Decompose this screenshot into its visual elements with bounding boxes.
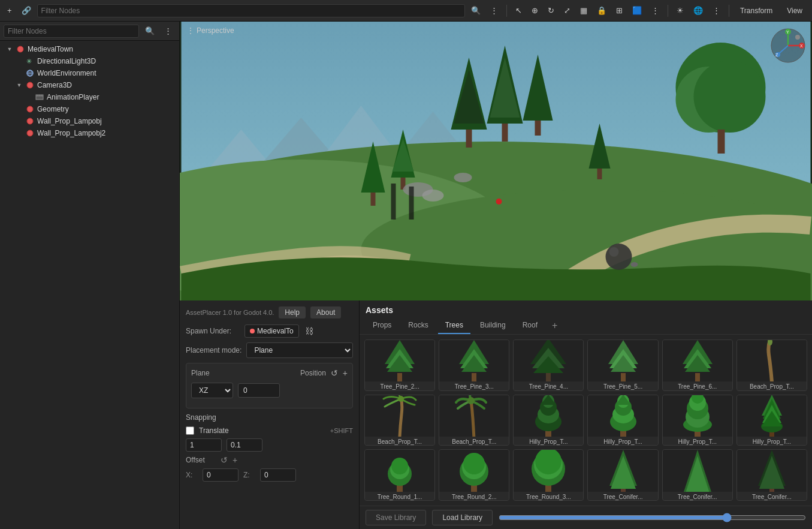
tree-film-button[interactable] [153,104,164,114]
globe-tool-button[interactable]: 🌐 [690,4,707,17]
asset-item-beach-prop-t1[interactable]: Beach_Prop_T... [736,339,807,391]
asset-item-tree-round-1[interactable]: Tree_Round_1... [364,449,435,501]
plane-position-row: Plane Position ↺ + [191,368,348,378]
asset-item-tree-pine-2[interactable]: Tree_Pine_2... [364,339,435,391]
zoom-slider[interactable] [499,513,806,522]
position-reset-button[interactable]: ↺ [331,368,338,378]
tree-item-wall-prop-lamp[interactable]: Wall_Prop_Lampobj [0,115,179,127]
asset-name: Tree_Round_1... [365,492,434,500]
tab-roof[interactable]: Roof [515,317,545,334]
filter-nodes-input[interactable] [37,4,465,17]
offset-add-button[interactable]: + [233,455,237,465]
search-button[interactable]: 🔍 [467,4,484,17]
tree-node-icon [25,80,35,90]
tab-props[interactable]: Props [366,317,399,334]
dots-tool-button[interactable]: ⋮ [648,4,663,17]
asset-item-tree-conifer-1[interactable]: Tree_Conifer... [587,449,658,501]
placer-header: AssetPlacer 1.0 for Godot 4.0. Help Abou… [186,306,353,318]
load-library-button[interactable]: Load Library [432,510,493,525]
transform-button[interactable]: Transform [734,4,778,17]
translate-snap-checkbox[interactable] [186,426,194,435]
tree-item-medieval-town[interactable]: ▼MedievalTown [0,43,179,55]
tree-eye-button[interactable] [165,68,176,78]
asset-item-tree-pine-3[interactable]: Tree_Pine_3... [439,339,509,391]
scale-tool-button[interactable]: ⤢ [560,4,574,17]
link-button[interactable]: 🔗 [18,4,35,17]
viewport[interactable]: ⋮ Perspective [180,22,812,300]
tab-rocks[interactable]: Rocks [401,317,435,334]
more2-tool-button[interactable]: ⋮ [709,4,724,17]
tree-eye-button[interactable] [165,56,176,66]
tree-film-button[interactable] [153,56,164,66]
tree-film-button[interactable] [153,128,164,138]
scene-more-button[interactable]: ⋮ [161,24,176,38]
asset-item-tree-round-2[interactable]: Tree_Round_2... [439,449,509,501]
filter-nodes-input-2[interactable] [4,25,139,38]
rotate-tool-button[interactable]: ↻ [544,4,558,17]
asset-item-hilly-prop-t1[interactable]: Hilly_Prop_T... [513,395,584,446]
tree-film-button[interactable] [153,116,164,126]
tree-item-label: Wall_Prop_Lampobj2 [37,129,150,137]
tree-item-geometry[interactable]: Geometry [0,103,179,115]
tree-item-camera3d[interactable]: ▼Camera3D [0,79,179,91]
right-area: ⋮ Perspective [180,22,812,529]
translate-value-input[interactable] [186,438,222,452]
tree-item-wall-prop-lamp2[interactable]: Wall_Prop_Lampobj2 [0,127,179,139]
snap-tool-button[interactable]: ▦ [576,4,591,17]
asset-item-tree-round-3[interactable]: Tree_Round_3... [513,449,584,501]
tree-eye-button[interactable] [165,44,176,54]
chain-button[interactable]: ⛓ [304,326,315,336]
add-tab-button[interactable]: + [547,318,562,333]
asset-item-hilly-prop-t4[interactable]: Hilly_Prop_T... [736,395,807,446]
svg-text:X: X [800,44,803,48]
scene-search-button[interactable]: 🔍 [141,24,158,38]
tab-trees[interactable]: Trees [438,317,470,334]
view-button[interactable]: View [781,4,808,17]
position-input[interactable] [238,383,280,398]
asset-name: Tree_Pine_5... [588,381,657,390]
sun-tool-button[interactable]: ☀ [673,4,687,17]
lock-tool-button[interactable]: 🔒 [593,4,610,17]
view3d-tool-button[interactable]: 🟦 [629,4,645,17]
offset-reset-button[interactable]: ↺ [221,455,228,465]
tree-film-button[interactable] [153,80,164,90]
asset-item-tree-pine-5[interactable]: Tree_Pine_5... [587,339,658,391]
tree-item-directional-light[interactable]: ✳DirectionalLight3D [0,55,179,67]
move-tool-button[interactable]: ⊕ [528,4,542,17]
asset-item-hilly-prop-t2[interactable]: Hilly_Prop_T... [587,395,658,446]
placement-mode-select[interactable]: Plane [246,342,353,358]
save-library-button[interactable]: Save Library [366,510,426,525]
asset-item-hilly-prop-t3[interactable]: Hilly_Prop_T... [662,395,733,446]
asset-thumbnail [439,450,509,491]
asset-item-tree-conifer-2[interactable]: Tree_Conifer... [662,449,733,501]
asset-item-beach-prop-t2[interactable]: Beach_Prop_T... [364,395,435,446]
tab-building[interactable]: Building [473,317,513,334]
plane-axis-select[interactable]: XZ [191,383,233,398]
asset-item-tree-pine-4[interactable]: Tree_Pine_4... [513,339,584,391]
tree-eye-button[interactable] [165,116,176,126]
offset-z-input[interactable] [260,468,296,482]
help-button[interactable]: Help [279,306,306,318]
tree-item-animation-player[interactable]: AnimationPlayer [0,91,179,103]
tree-film-button[interactable] [153,44,164,54]
tree-eye-button[interactable] [165,128,176,138]
asset-item-tree-pine-6[interactable]: Tree_Pine_6... [662,339,733,391]
asset-item-beach-prop-t3[interactable]: Beach_Prop_T... [439,395,509,446]
translate-fine-input[interactable] [227,438,262,452]
tree-eye-button[interactable] [165,80,176,90]
asset-item-tree-conifer-3[interactable]: Tree_Conifer... [736,449,807,501]
tree-eye-button[interactable] [165,104,176,114]
spawn-target[interactable]: MedievalTo [244,324,299,338]
select-tool-button[interactable]: ↖ [512,4,526,17]
asset-thumbnail [663,340,732,381]
tree-eye-button[interactable] [165,92,176,102]
offset-x-input[interactable] [203,468,239,482]
grid-tool-button[interactable]: ⊞ [612,4,626,17]
about-button[interactable]: About [310,306,341,318]
snapping-section: Snapping Translate +SHIFT Offset ↺ + [186,413,353,482]
position-add-button[interactable]: + [343,368,348,378]
tree-item-label: AnimationPlayer [47,93,162,101]
tree-item-world-environment[interactable]: WorldEnvironment [0,67,179,79]
more-options-button[interactable]: ⋮ [487,4,502,17]
add-node-button[interactable]: + [4,4,16,17]
